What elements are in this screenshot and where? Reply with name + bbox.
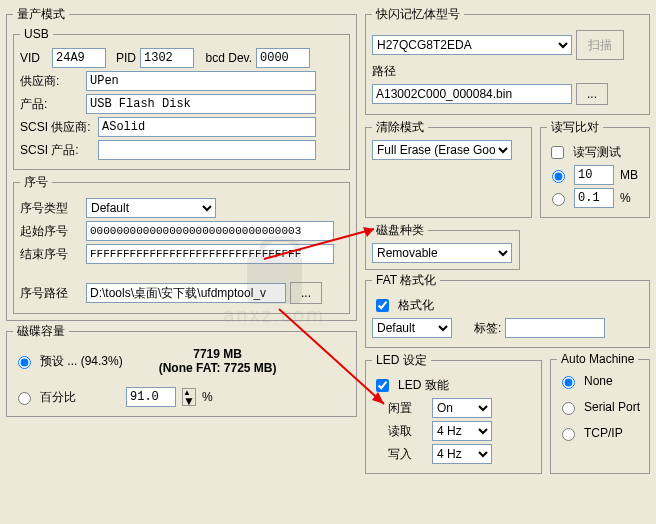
- fat-default-select[interactable]: Default: [372, 318, 452, 338]
- capacity-percent-label: 百分比: [40, 389, 120, 406]
- led-legend: LED 设定: [372, 352, 431, 369]
- fat-format-checkbox[interactable]: [376, 299, 389, 312]
- led-write-label: 写入: [388, 446, 428, 463]
- flash-path-browse-button[interactable]: ...: [576, 83, 608, 105]
- auto-tcp-radio[interactable]: [562, 428, 575, 441]
- rw-mb-radio[interactable]: [552, 170, 565, 183]
- serial-end-label: 结束序号: [20, 246, 82, 263]
- usb-legend: USB: [20, 27, 53, 41]
- rw-mb-unit: MB: [620, 168, 638, 182]
- fat-legend: FAT 格式化: [372, 272, 440, 289]
- rw-pct-radio[interactable]: [552, 193, 565, 206]
- capacity-group: 磁碟容量 预设 ... (94.3%) 7719 MB (None FAT: 7…: [6, 323, 357, 417]
- rw-mb-input[interactable]: [574, 165, 614, 185]
- auto-tcp-label: TCP/IP: [584, 426, 623, 440]
- serial-legend: 序号: [20, 174, 52, 191]
- flash-legend: 快闪记忆体型号: [372, 6, 464, 23]
- product-label: 产品:: [20, 96, 82, 113]
- fat-label-input[interactable]: [505, 318, 605, 338]
- vid-input[interactable]: [52, 48, 106, 68]
- auto-serial-label: Serial Port: [584, 400, 640, 414]
- serial-start-input[interactable]: [86, 221, 334, 241]
- product-input[interactable]: [86, 94, 316, 114]
- flash-path-input[interactable]: [372, 84, 572, 104]
- flash-model-select[interactable]: H27QCG8T2EDA: [372, 35, 572, 55]
- capacity-percent-spinner[interactable]: ▲▼: [182, 388, 196, 406]
- flash-group: 快闪记忆体型号 H27QCG8T2EDA 扫描 路径 ...: [365, 6, 650, 115]
- rw-legend: 读写比对: [547, 119, 603, 136]
- capacity-percent-input[interactable]: [126, 387, 176, 407]
- rw-pct-unit: %: [620, 191, 631, 205]
- serial-end-input[interactable]: [86, 244, 334, 264]
- scsi-product-label: SCSI 产品:: [20, 142, 94, 159]
- led-write-select[interactable]: 4 Hz: [432, 444, 492, 464]
- capacity-preset-label: 预设 ... (94.3%): [40, 353, 123, 370]
- led-read-label: 读取: [388, 423, 428, 440]
- led-idle-select[interactable]: On: [432, 398, 492, 418]
- serial-path-label: 序号路径: [20, 285, 82, 302]
- disktype-legend: 磁盘种类: [372, 222, 428, 239]
- serial-path-input[interactable]: [86, 283, 286, 303]
- auto-none-radio[interactable]: [562, 376, 575, 389]
- erase-mode-select[interactable]: Full Erase (Erase Good): [372, 140, 512, 160]
- flash-path-label: 路径: [372, 63, 396, 80]
- auto-none-label: None: [584, 374, 613, 388]
- capacity-preset-sub: (None FAT: 7725 MB): [159, 361, 277, 375]
- capacity-preset-radio[interactable]: [18, 356, 31, 369]
- auto-machine-group: Auto Machine None Serial Port TCP/IP: [550, 352, 650, 474]
- serial-path-browse-button[interactable]: ...: [290, 282, 322, 304]
- capacity-legend: 磁碟容量: [13, 323, 69, 340]
- serial-type-select[interactable]: Default: [86, 198, 216, 218]
- led-idle-label: 闲置: [388, 400, 428, 417]
- erase-group: 清除模式 Full Erase (Erase Good): [365, 119, 532, 218]
- capacity-preset-value: 7719 MB: [193, 347, 242, 361]
- led-enable-label: LED 致能: [398, 377, 449, 394]
- fat-format-label: 格式化: [398, 297, 434, 314]
- fat-group: FAT 格式化 格式化 Default 标签:: [365, 272, 650, 348]
- fat-label-label: 标签:: [474, 320, 501, 337]
- vid-label: VID: [20, 51, 48, 65]
- usb-group: USB VID PID bcd Dev. 供应商: 产品:: [13, 27, 350, 170]
- led-read-select[interactable]: 4 Hz: [432, 421, 492, 441]
- bcd-input[interactable]: [256, 48, 310, 68]
- vendor-input[interactable]: [86, 71, 316, 91]
- erase-legend: 清除模式: [372, 119, 428, 136]
- mass-production-group: 量产模式 USB VID PID bcd Dev. 供应商: 产品:: [6, 6, 357, 321]
- auto-serial-radio[interactable]: [562, 402, 575, 415]
- led-enable-checkbox[interactable]: [376, 379, 389, 392]
- pid-label: PID: [110, 51, 136, 65]
- pid-input[interactable]: [140, 48, 194, 68]
- scan-button[interactable]: 扫描: [576, 30, 624, 60]
- scsi-vendor-label: SCSI 供应商:: [20, 119, 94, 136]
- serial-type-label: 序号类型: [20, 200, 82, 217]
- vendor-label: 供应商:: [20, 73, 82, 90]
- rw-test-checkbox[interactable]: [551, 146, 564, 159]
- scsi-vendor-input[interactable]: [98, 117, 316, 137]
- scsi-product-input[interactable]: [98, 140, 316, 160]
- mass-production-legend: 量产模式: [13, 6, 69, 23]
- rw-group: 读写比对 读写测试 MB %: [540, 119, 650, 218]
- auto-machine-legend: Auto Machine: [557, 352, 638, 366]
- disktype-group: 磁盘种类 Removable: [365, 222, 520, 270]
- capacity-percent-radio[interactable]: [18, 392, 31, 405]
- capacity-percent-unit: %: [202, 390, 213, 404]
- bcd-label: bcd Dev.: [198, 51, 252, 65]
- disktype-select[interactable]: Removable: [372, 243, 512, 263]
- rw-test-label: 读写测试: [573, 144, 621, 161]
- led-group: LED 设定 LED 致能 闲置 On 读取 4 Hz 写入 4 Hz: [365, 352, 542, 474]
- serial-start-label: 起始序号: [20, 223, 82, 240]
- serial-group: 序号 序号类型 Default 起始序号 结束序号 序号路径: [13, 174, 350, 314]
- rw-pct-input[interactable]: [574, 188, 614, 208]
